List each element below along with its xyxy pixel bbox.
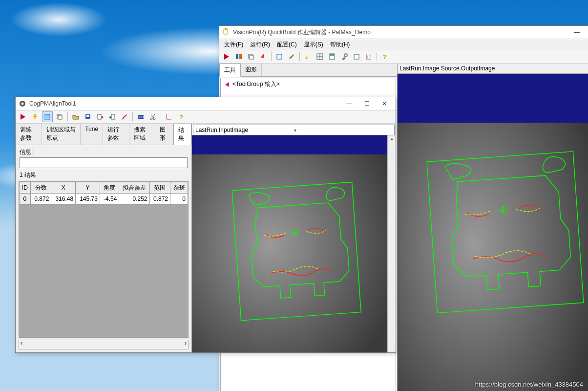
import-icon[interactable]: [95, 111, 105, 122]
table-cell: 0.252: [119, 194, 149, 205]
table-cell: 145.73: [76, 194, 100, 205]
image-selector-dropdown[interactable]: LastRun.InputImage ▾: [193, 125, 395, 135]
scroll-up-icon[interactable]: ▴: [388, 135, 396, 143]
svg-rect-39: [111, 114, 115, 119]
bolt-icon[interactable]: [30, 111, 41, 122]
horizontal-scrollbar[interactable]: [19, 340, 189, 349]
svg-rect-14: [330, 54, 334, 56]
cog-left-pane: 训练参数 训练区域与原点 Tune 运行参数 搜索区域 图形 结果 信息: 1 …: [16, 124, 192, 352]
svg-rect-51: [192, 154, 387, 352]
region-icon[interactable]: [42, 111, 53, 122]
tree-item-label: <ToolGroup 输入>: [232, 80, 280, 88]
svg-text:?: ?: [383, 53, 387, 60]
measure-icon[interactable]: [164, 111, 174, 122]
play-icon[interactable]: [221, 51, 232, 62]
info-field[interactable]: [20, 157, 188, 168]
copy-icon[interactable]: [246, 51, 256, 62]
play-icon[interactable]: [18, 111, 28, 122]
menu-run[interactable]: 运行(R): [247, 40, 273, 50]
fire-icon[interactable]: [258, 51, 269, 62]
dropdown-value: LastRun.InputImage: [195, 127, 294, 133]
tab-tools[interactable]: 工具: [219, 64, 241, 77]
svg-marker-38: [102, 116, 104, 119]
table-header[interactable]: 拟合误差: [119, 182, 149, 194]
calc-icon[interactable]: [327, 51, 337, 62]
vision-input-image: [192, 135, 387, 352]
open-icon[interactable]: [70, 111, 81, 122]
maximize-button[interactable]: ☐: [358, 99, 375, 109]
tab-graphics[interactable]: 图形: [241, 64, 262, 76]
minimize-button[interactable]: —: [568, 27, 585, 37]
grid-icon[interactable]: [315, 51, 325, 62]
tab-tune[interactable]: Tune: [81, 124, 103, 145]
table-header[interactable]: 杂斑: [170, 182, 188, 194]
separator: [132, 112, 133, 121]
table-header[interactable]: ID: [20, 182, 31, 194]
svg-marker-29: [21, 114, 25, 120]
number-icon[interactable]: 123: [135, 111, 146, 122]
brush-icon[interactable]: [119, 111, 130, 122]
menu-file[interactable]: 文件(F): [221, 40, 246, 50]
table-row[interactable]: 00.872316.48145.73-4.540.2520.8720: [20, 194, 188, 205]
svg-text:123: 123: [138, 115, 144, 119]
cog-titlebar[interactable]: CogPMAlignTool1 — ☐ ✕: [16, 97, 396, 110]
input-image-viewer[interactable]: [192, 135, 387, 352]
help-icon[interactable]: ?: [379, 51, 390, 62]
vertical-scrollbar[interactable]: ▴: [387, 135, 396, 352]
chart-icon[interactable]: [363, 51, 374, 62]
svg-marker-2: [224, 54, 229, 60]
table-header[interactable]: 角度: [100, 182, 119, 194]
svg-rect-37: [98, 114, 101, 119]
svg-marker-40: [109, 116, 111, 119]
chevron-down-icon: ▾: [294, 128, 393, 133]
cut-icon[interactable]: [147, 111, 158, 122]
tab-run-params[interactable]: 运行参数: [103, 124, 129, 145]
watermark-text: https://blog.csdn.net/weixin_43384504: [475, 381, 583, 388]
select-icon[interactable]: [274, 51, 285, 62]
table-header[interactable]: Y: [76, 182, 100, 194]
menu-show[interactable]: 显示(S): [301, 40, 326, 50]
cog-toolbar: 123 ?: [16, 110, 396, 124]
results-grid[interactable]: ID分数XY角度拟合误差范围杂斑 00.872316.48145.73-4.54…: [19, 181, 189, 338]
cog-tabs: 训练参数 训练区域与原点 Tune 运行参数 搜索区域 图形 结果: [16, 124, 191, 145]
svg-rect-34: [58, 115, 62, 119]
tab-results[interactable]: 结果: [173, 124, 191, 145]
vision-output-image: [398, 74, 588, 391]
svg-point-43: [150, 118, 152, 120]
left-tabs: 工具 图形: [219, 64, 397, 77]
edit-icon[interactable]: [302, 51, 313, 62]
panel-icon[interactable]: [233, 51, 244, 62]
tree-item-toolgroup[interactable]: <ToolGroup 输入>: [224, 80, 393, 88]
svg-rect-1: [225, 28, 227, 30]
svg-rect-4: [239, 54, 242, 59]
menu-config[interactable]: 配置(C): [274, 40, 300, 50]
svg-rect-22: [398, 123, 588, 391]
svg-rect-7: [277, 54, 282, 59]
wand-icon[interactable]: [286, 51, 297, 62]
close-button[interactable]: ✕: [376, 99, 393, 109]
table-header[interactable]: 范围: [149, 182, 170, 194]
menu-help[interactable]: 帮助(H): [327, 40, 353, 50]
tab-train-region[interactable]: 训练区域与原点: [42, 124, 81, 145]
output-image-viewer[interactable]: [398, 74, 588, 391]
svg-marker-30: [33, 114, 38, 120]
results-table: ID分数XY角度拟合误差范围杂斑 00.872316.48145.73-4.54…: [19, 182, 188, 205]
tools-icon[interactable]: [339, 51, 350, 62]
table-cell: 0: [170, 194, 188, 205]
settings-icon[interactable]: [351, 51, 362, 62]
quickbuild-titlebar[interactable]: VisionPro(R) QuickBuild 作业编辑器 - PatMax_D…: [219, 26, 588, 39]
arrow-left-icon: [224, 81, 231, 88]
separator: [67, 112, 68, 121]
copy-icon[interactable]: [54, 111, 65, 122]
table-header[interactable]: 分数: [30, 182, 51, 194]
tab-graphics[interactable]: 图形: [155, 124, 173, 145]
minimize-button[interactable]: —: [341, 99, 357, 109]
export-icon[interactable]: [107, 111, 118, 122]
help-icon[interactable]: ?: [176, 111, 187, 122]
output-image-title: LastRun.Image Source.OutputImage: [398, 64, 588, 74]
tab-train-params[interactable]: 训练参数: [16, 124, 42, 145]
table-header[interactable]: X: [51, 182, 76, 194]
svg-point-44: [153, 118, 155, 120]
tab-search-region[interactable]: 搜索区域: [129, 124, 156, 145]
save-icon[interactable]: [83, 111, 93, 122]
